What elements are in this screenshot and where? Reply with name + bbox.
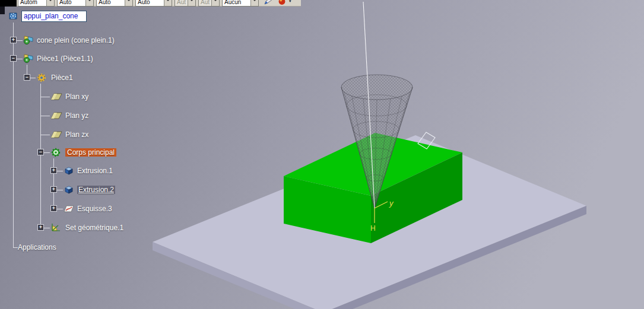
axis-h-label: H [370, 224, 376, 232]
pad-icon[interactable] [63, 166, 76, 176]
tree-node-label[interactable]: Esquisse.3 [77, 205, 112, 213]
chevron-down-icon[interactable] [164, 0, 172, 6]
tree-root-row[interactable]: appui_plan_cone [0, 11, 178, 23]
plane-icon[interactable] [50, 92, 63, 101]
geometrical-set-icon[interactable] [50, 223, 63, 232]
tree-node-piece1[interactable]: − Pièce1 [0, 72, 178, 84]
tree-node-cone-plein[interactable]: + cone plein (cone plein.1) [0, 34, 178, 46]
pen-icon[interactable] [264, 0, 273, 8]
toolbar-combo-4[interactable]: Auto [135, 0, 172, 7]
combo-value: Autom [18, 0, 46, 6]
toolbar-combo-3[interactable]: Auto [96, 0, 133, 7]
combo-value: Auto [58, 0, 85, 6]
tree-node-esquisse-3[interactable]: + Esquisse.3 [0, 203, 178, 215]
tree-node-plan-yz[interactable]: Plan yz [0, 110, 178, 122]
tree-node-label[interactable]: Extrusion.1 [77, 167, 113, 175]
tree-node-plan-zx[interactable]: Plan zx [0, 129, 178, 141]
sketch-icon[interactable] [63, 204, 76, 214]
window-corner [0, 0, 17, 7]
part-icon[interactable] [23, 36, 36, 45]
tree-node-label[interactable]: Extrusion.2 [77, 186, 115, 194]
tree-node-label[interactable]: cone plein (cone plein.1) [37, 36, 115, 44]
expander-icon[interactable]: − [10, 55, 17, 62]
plane-icon[interactable] [50, 111, 63, 120]
tree-node-label[interactable]: Applications [18, 243, 56, 251]
chevron-down-icon [211, 0, 219, 6]
combo-value: Aucun [223, 0, 250, 6]
tree-node-label[interactable]: Plan xy [65, 93, 88, 101]
combo-value: Auto [97, 0, 125, 6]
tree-node-extrusion-2[interactable]: + Extrusion.2 [0, 184, 178, 196]
chevron-down-icon[interactable] [125, 0, 132, 6]
specification-tree: appui_plan_cone + cone plein (cone plein… [0, 0, 178, 309]
toolbar-combo-6: Aut [198, 0, 220, 7]
tree-node-label[interactable]: Pièce1 (Pièce1.1) [37, 55, 93, 63]
toolbar: Autom Auto Auto Auto Aut Aut Aucun [0, 0, 301, 7]
pad-icon[interactable] [63, 185, 76, 195]
tree-node-label[interactable]: Set géométrique.1 [65, 224, 123, 232]
root-name-editbox[interactable]: appui_plan_cone [21, 11, 87, 22]
combo-value: Auto [136, 0, 164, 6]
toolbar-combo-1[interactable]: Autom [18, 0, 55, 7]
tree-node-set-geometrique[interactable]: + Set géométrique.1 [0, 222, 178, 234]
expander-icon[interactable]: + [10, 37, 17, 43]
chevron-down-icon [188, 0, 195, 6]
tree-node-extrusion-1[interactable]: + Extrusion.1 [0, 165, 178, 177]
tree-node-label[interactable]: Plan zx [65, 130, 88, 139]
toolbar-combo-7[interactable]: Aucun [222, 0, 259, 7]
tree-node-plan-xy[interactable]: Plan xy [0, 91, 178, 103]
combo-value: Aut [175, 0, 188, 6]
plane-icon[interactable] [50, 130, 63, 139]
window-edge [0, 7, 5, 14]
toolbar-combo-5: Aut [175, 0, 196, 7]
expander-icon[interactable]: + [50, 167, 57, 174]
tree-node-label[interactable]: Plan yz [65, 112, 88, 120]
tree-node-applications[interactable]: Applications [0, 241, 178, 253]
toolbar-combo-2[interactable]: Auto [57, 0, 94, 7]
expander-icon[interactable]: + [50, 186, 57, 193]
chevron-down-icon[interactable] [46, 0, 54, 6]
gear-icon[interactable] [36, 73, 49, 82]
part-icon[interactable] [23, 54, 36, 63]
tree-node-label[interactable]: Pièce1 [51, 74, 73, 82]
expander-icon[interactable]: + [37, 224, 44, 231]
chevron-down-icon[interactable]: ▾ [289, 0, 291, 4]
expander-icon[interactable]: − [37, 149, 44, 155]
expander-icon[interactable]: + [50, 205, 57, 212]
chevron-down-icon[interactable] [85, 0, 93, 6]
expander-icon[interactable]: − [24, 74, 30, 81]
tree-node-label[interactable]: Corps principal [65, 148, 116, 157]
chevron-down-icon[interactable] [250, 0, 258, 6]
catia-window: y H Autom Auto Auto Auto Aut Aut Aucun [0, 0, 644, 309]
combo-value: Aut [199, 0, 211, 6]
tree-node-corps-principal[interactable]: − Corps principal [0, 146, 178, 158]
body-gear-icon[interactable] [50, 148, 63, 157]
tree-node-piece1-1[interactable]: − Pièce1 (Pièce1.1) [0, 53, 178, 65]
product-icon[interactable] [7, 12, 20, 21]
material-sphere-icon[interactable] [278, 0, 286, 8]
